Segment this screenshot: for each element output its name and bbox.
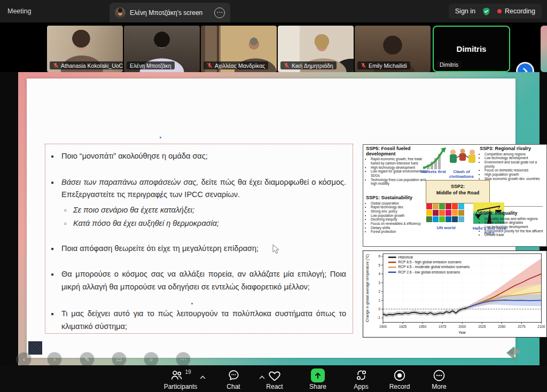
presenter-more-button[interactable]: ⋯	[176, 352, 191, 367]
video-tile[interactable]: Αχιλλέας Μανδρίκας	[201, 26, 277, 72]
participants-button[interactable]: 19 Participants	[155, 368, 206, 390]
sub-bullet-item: ○Σε ποιο σενάριο θα έχετε καταλήξει;	[51, 204, 346, 217]
shared-screen-tab-label: Ελένη Μποτζάκη's screen	[130, 9, 202, 17]
ssp5-caption: Markets first	[420, 169, 447, 174]
bullet-item: ●Ποιο “μονοπάτι” ακολούθησε η ομάδα σας;	[51, 150, 346, 163]
svg-text:Historical: Historical	[398, 255, 413, 259]
mic-off-icon	[284, 62, 290, 68]
sign-in-button[interactable]: Sign in	[455, 7, 475, 15]
video-tile[interactable]: Κική Δημητριάδη	[278, 26, 354, 72]
ssp1-caption: UN world	[427, 225, 465, 230]
svg-text:1950: 1950	[419, 325, 427, 328]
mic-off-icon	[207, 62, 213, 68]
mic-off-icon	[361, 62, 366, 68]
presenter-avatar	[115, 7, 126, 18]
svg-text:RCP 8.5 - high global emission: RCP 8.5 - high global emission scenario	[398, 260, 462, 264]
svg-text:2075: 2075	[518, 325, 526, 328]
participant-name-badge: Κική Δημητριάδη	[280, 61, 337, 69]
participant-name-badge: Dimitris	[436, 60, 462, 68]
svg-text:2025: 2025	[478, 325, 486, 328]
svg-text:2: 2	[379, 289, 381, 293]
bullet-item: ●Ποια απόφαση θεωρείτε ότι είχε τη μεγαλ…	[51, 242, 346, 255]
slide-gradient-frame: ●Ποιο “μονοπάτι” ακολούθησε η ομάδα σας;…	[18, 72, 540, 365]
tab-options-icon[interactable]: ⋯	[214, 7, 225, 18]
video-tile[interactable]: Athanasia Kokolaki_UoC	[47, 26, 123, 72]
svg-text:4: 4	[379, 272, 381, 276]
shared-screen-tab[interactable]: Ελένη Μποτζάκη's screen ⋯	[110, 3, 230, 22]
more-button[interactable]: More	[413, 368, 465, 390]
presenter-pen-button[interactable]: ✎	[80, 352, 95, 367]
ssp3-block: SSP3: Regional rivalry Competition among…	[480, 146, 545, 181]
apps-icon	[355, 369, 368, 382]
svg-text:-1: -1	[377, 316, 380, 320]
bullet-item: ●Θα μπορούσε ο κόσμος σας να αλλάξει πορ…	[51, 268, 346, 293]
heart-icon	[268, 369, 282, 382]
svg-text:2100: 2100	[537, 325, 545, 328]
growth-curve-icon	[422, 147, 447, 172]
svg-text:Year: Year	[458, 331, 466, 334]
presentation-slide: ●Ποιο “μονοπάτι” ακολούθησε η ομάδα σας;…	[27, 79, 515, 358]
meeting-window: Meeting Ελένη Μποτζάκη's screen ⋯ Sign i…	[0, 0, 547, 392]
titlebar-right-group: Sign in Recording	[449, 4, 542, 19]
participant-name-badge: Αχιλλέας Μανδρίκας	[204, 61, 268, 69]
video-tile[interactable]: Emily Michailidi	[355, 26, 431, 72]
participant-count-badge: 19	[185, 369, 191, 375]
svg-text:3: 3	[379, 281, 381, 285]
svg-text:2050: 2050	[498, 325, 506, 328]
ssp4-block: SSP4: Inequality Inequality across and w…	[480, 211, 546, 237]
bullet-item: ●Βάσει των παραπάνω αποφάσεών σας, δείτε…	[51, 176, 346, 201]
meeting-toolbar: 19 Participants Chat React	[0, 365, 547, 392]
participant-name-badge: Emily Michailidi	[357, 61, 410, 69]
participants-strip: Athanasia Kokolaki_UoC Ελένη Μποτζάκη Αχ…	[0, 22, 547, 72]
annotation-dot	[160, 137, 161, 138]
presenter-magnifier-button[interactable]: ⌕	[144, 352, 159, 367]
clash-cartoon-icon	[449, 147, 476, 170]
ellipsis-icon	[432, 369, 446, 382]
ssp3-caption: Clash of civilisations	[444, 169, 479, 179]
dark-corner-square	[28, 341, 42, 355]
svg-text:RCP 2.6 - low global emission: RCP 2.6 - low global emission scenario	[398, 270, 460, 275]
svg-text:6: 6	[379, 254, 381, 258]
svg-text:RCP 4.5 - moderate global emis: RCP 4.5 - moderate global emission scena…	[398, 265, 470, 269]
rcp-temperature-chart: -101234561900192519501975200020252050207…	[363, 250, 547, 338]
share-arrow-icon	[311, 369, 325, 382]
video-tile[interactable]: Ελένη Μποτζάκη	[124, 26, 200, 72]
svg-text:2000: 2000	[458, 325, 466, 328]
presenter-shapes-button[interactable]: ▭	[112, 352, 127, 367]
svg-text:1900: 1900	[379, 325, 387, 328]
window-title: Meeting	[7, 0, 31, 22]
ssp1-block: SSP1: Sustainability Global cooperation …	[366, 195, 425, 234]
participant-name-badge: Athanasia Kokolaki_UoC	[50, 61, 123, 69]
partial-tile-edge	[541, 26, 547, 72]
svg-text:1925: 1925	[399, 325, 407, 328]
mic-off-icon	[53, 62, 59, 68]
participant-name-badge: Ελένη Μποτζάκη	[127, 61, 175, 69]
ssp-scenarios-diagram: SSP5: Fossil fueled development Rapid ec…	[363, 144, 547, 247]
questions-box: ●Ποιο “μονοπάτι” ακολούθησε η ομάδα σας;…	[45, 144, 353, 334]
ssp2-block: SSP2: Middle of the Road	[426, 180, 490, 203]
svg-text:Change in global average tempe: Change in global average temperature (°C…	[366, 254, 370, 322]
sub-bullet-item: ○Κατά πόσο θα έχει αυξηθεί η θερμοκρασία…	[51, 217, 346, 230]
sdg-grid	[426, 203, 466, 222]
bullet-item: ●Τι μας δείχνει αυτό για το πώς λειτουργ…	[51, 308, 346, 333]
video-tile-active-speaker[interactable]: Dimitris Dimitris	[433, 26, 510, 72]
svg-text:1: 1	[379, 299, 381, 302]
slide-logo-icon	[505, 347, 522, 365]
presenter-next-button[interactable]: ›	[47, 352, 62, 367]
title-bar: Meeting Ελένη Μποτζάκη's screen ⋯ Sign i…	[0, 0, 547, 22]
annotation-dot	[191, 303, 193, 304]
chat-bubble-icon	[227, 369, 240, 382]
svg-text:5: 5	[379, 263, 381, 267]
recording-dot-icon	[497, 9, 502, 13]
security-shield-icon	[482, 7, 491, 16]
presenter-previous-button[interactable]: ‹	[17, 352, 32, 367]
svg-text:1975: 1975	[439, 325, 447, 328]
shared-screen-stage: ●Ποιο “μονοπάτι” ακολούθησε η ομάδα σας;…	[0, 72, 547, 365]
record-icon	[393, 369, 407, 382]
participants-expand-chevron-icon[interactable]	[200, 373, 206, 381]
people-icon	[170, 369, 183, 382]
annotation-dot	[160, 197, 161, 198]
recording-indicator: Recording	[497, 7, 535, 15]
svg-text:0: 0	[379, 307, 381, 311]
recording-label: Recording	[505, 7, 535, 15]
